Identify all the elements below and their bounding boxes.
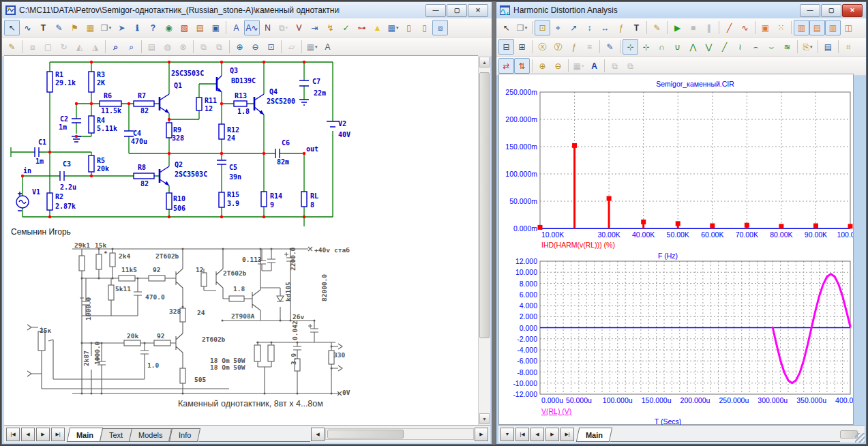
panel-single-icon[interactable]: ⊟ [498,39,514,55]
nav-button[interactable]: ◀ [530,428,544,441]
page-tab-models[interactable]: Models [129,428,173,442]
point-tag-mode-icon[interactable]: ↗ [566,20,582,35]
show-node-voltages-icon[interactable]: V [291,20,307,35]
resize-grip[interactable] [855,433,865,443]
plot-overlay-icon[interactable]: ◫ [841,20,856,35]
flip-horizontal-icon[interactable]: ◮ [87,39,103,55]
new-page-icon[interactable]: ▯ [401,20,417,35]
copy-to-front-icon[interactable]: ⧉ [607,58,623,74]
show-warning-icon[interactable]: ▲ [370,20,385,35]
copy-to-back-icon[interactable]: ⧉ [623,58,638,74]
schematic-drawing[interactable]: R129.1kR32KR611.5kR7822SC3503CQ1Q3BD139C… [4,56,477,424]
send-to-back-icon[interactable]: ⧉ [211,39,227,55]
envelope-icon[interactable]: ≋ [779,39,795,55]
find-component-icon[interactable]: ▦ [83,20,98,35]
clipboard-icon[interactable]: ⎘▾ [800,39,815,55]
scale-mode-icon[interactable]: ⊡ [535,20,550,35]
schematic-window-titlebar[interactable]: C:\MC11\DATA\Petrov\Semigor-однотактник_… [2,2,492,18]
component-mode-icon[interactable]: ❒▾ [514,20,530,35]
show-attribute-text-icon[interactable]: A [228,20,244,35]
zoom-in-icon[interactable]: ⊕ [535,58,550,74]
show-node-numbers-icon[interactable]: N [260,20,275,35]
split-text-icon[interactable]: ▤ [192,20,208,35]
show-power-icon[interactable]: ↯ [323,20,338,35]
show-current-icon[interactable]: ⇥ [307,20,323,35]
animate-curve-icon[interactable]: ╱ [721,20,737,35]
low-icon[interactable]: ⋁ [701,39,717,55]
show-stack-icon[interactable]: ⧉▾ [275,20,291,35]
global-high-icon[interactable]: ⌢ [748,39,764,55]
slope-icon[interactable]: ╱ [717,39,732,55]
cursor-mode-icon[interactable]: ⌖ [550,20,566,35]
select-cursor-icon[interactable]: ↖ [498,20,514,35]
graphics-mode-icon[interactable]: ✎ [51,20,67,35]
next-simulation-point-icon[interactable]: ⊹ [638,39,654,55]
font-icon[interactable]: A [586,58,602,74]
probe-curve-icon[interactable]: ∿ [737,20,753,35]
show-pin-connections-icon[interactable]: ⊶ [354,20,370,35]
vertical-scrollbar[interactable]: ▲ ▼ [478,56,490,425]
text-mode-icon[interactable]: T [35,20,51,35]
maximize-button[interactable]: ▢ [447,4,467,17]
hscroll-left-button[interactable]: ◀ [311,428,325,441]
select-plot-icon[interactable]: ▣ [758,20,773,35]
zoom-out-icon[interactable]: ⊖ [550,58,566,74]
maximize-button[interactable]: ▢ [821,4,841,17]
plot-one-icon[interactable]: ▥ [794,20,809,35]
analysis-plot-panel[interactable]: Semigor_каменный.CIR250.000m200.000m150.… [498,74,854,425]
auto-scale-x-icon[interactable]: ⇄ [498,58,514,74]
stop-icon[interactable]: ■ [685,20,701,35]
analysis-tab-main[interactable]: Main [576,428,613,442]
text-area-icon[interactable]: ▯ [417,20,432,35]
model-editor-icon[interactable]: ▣ [208,20,224,35]
clear-errors-icon[interactable]: ⊗ [175,39,191,55]
analysis-window-titlebar[interactable]: Harmonic Distortion Analysis —▢✕ [496,2,866,18]
nav-button[interactable]: ▶ [36,428,50,441]
page-tab-info[interactable]: Info [169,428,201,442]
close-button[interactable]: ✕ [468,4,488,17]
select-cursor-icon[interactable]: ↖ [4,20,20,35]
search-list-icon[interactable]: ≡ [582,39,597,55]
page-tab-text[interactable]: Text [100,428,132,442]
rotate-icon[interactable]: ↻ [56,39,72,55]
analysis-plots[interactable]: Semigor_каменный.CIR250.000m200.000m150.… [499,76,853,426]
attributes-dialog-icon[interactable]: ✎ [4,39,20,55]
nav-button[interactable]: ▶| [560,428,574,441]
calculator-icon[interactable]: ⌗ [841,39,856,55]
nav-button[interactable]: |◀ [6,428,20,441]
pause-icon[interactable]: ∥ [701,20,717,35]
text-mode-icon[interactable]: T [629,20,644,35]
zoom-100-icon[interactable]: ⊡ [263,39,279,55]
bring-to-front-icon[interactable]: ⧉ [196,39,211,55]
find-icon[interactable]: ⌕ [108,39,123,55]
inflection-icon[interactable]: ≀ [732,39,748,55]
find-repeat-icon[interactable]: ⌕ [123,39,139,55]
page-tab-main[interactable]: Main [67,428,104,442]
enable-region-icon[interactable]: ▧ [177,20,192,35]
peak-icon[interactable]: ∩ [654,39,670,55]
valley-icon[interactable]: ∪ [670,39,685,55]
close-button[interactable]: ✕ [842,4,863,17]
box-select-icon[interactable]: ⧈ [25,39,40,55]
flip-vertical-icon[interactable]: ◭ [72,39,87,55]
info-icon[interactable]: ℹ [130,20,145,35]
plot-grouped-icon[interactable]: ▤ [809,20,825,35]
minimize-button[interactable]: — [425,4,446,17]
vertical-scroll-thumb[interactable] [479,72,490,338]
run-icon[interactable]: ▶ [670,20,685,35]
show-grid-text-icon[interactable]: A∿ [244,20,260,35]
grid-snap-icon[interactable]: ▦▾ [304,39,320,55]
changed-models-icon[interactable]: ▤ [144,39,160,55]
horizontal-tag-mode-icon[interactable]: ↔ [597,20,613,35]
data-points-icon[interactable]: ⁙ [773,20,789,35]
plot-separate-icon[interactable]: ▥ [825,20,841,35]
point-to-end-paths-icon[interactable]: ◉ [161,20,177,35]
flag-mode-icon[interactable]: ⚑ [67,20,83,35]
help-mode-icon[interactable]: ? [145,20,161,35]
global-low-icon[interactable]: ⌣ [764,39,779,55]
horizontal-scroll-thumb[interactable] [327,430,404,438]
numeric-output-icon[interactable]: ▤ [820,39,836,55]
horizontal-scrollbar[interactable] [325,428,474,440]
show-condition-icon[interactable]: ✓ [338,20,354,35]
page-scroll-icon[interactable]: ▱ [284,39,299,55]
